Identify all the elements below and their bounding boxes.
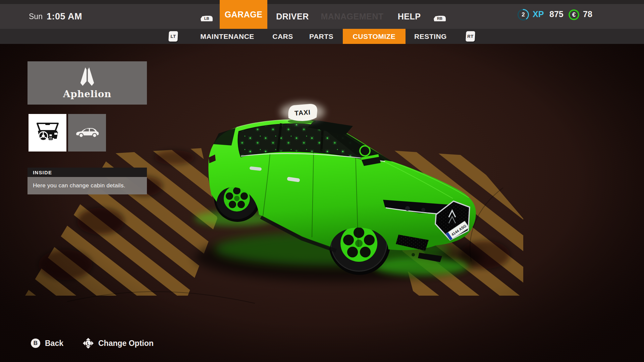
section-description-box: Here you can change cabin details.	[28, 177, 147, 194]
euro-icon: €	[568, 9, 580, 20]
tab-management-label: MANAGEMENT	[321, 12, 384, 21]
tab-management: MANAGEMENT	[319, 0, 386, 29]
section-title: INSIDE	[33, 170, 52, 175]
tab-driver-label: DRIVER	[276, 12, 309, 21]
section-header: INSIDE	[28, 168, 147, 177]
customize-part-thumbnails	[29, 114, 106, 152]
lb-button-icon: LB	[201, 0, 213, 33]
left-stick-icon: L	[83, 338, 94, 349]
subtab-resting[interactable]: RESTING	[411, 29, 450, 44]
controller-hints: B Back L Change Option	[31, 337, 154, 350]
rt-button-icon: RT	[464, 29, 477, 44]
money-value: 78	[583, 9, 592, 19]
clock-day: Sun	[29, 12, 43, 21]
subtab-maintenance-label: MAINTENANCE	[200, 33, 254, 41]
subtab-resting-label: RESTING	[414, 33, 447, 41]
xp-label: XP	[533, 9, 544, 19]
top-bar: Sun 1:05 AM LB GARAGE DRIVER MANAGEMENT …	[0, 0, 644, 29]
subtab-parts-label: PARTS	[309, 33, 333, 41]
subtab-cars[interactable]: CARS	[268, 29, 298, 44]
section-description: Here you can change cabin details.	[33, 182, 125, 189]
xp-level-badge: 2	[517, 8, 530, 21]
subtab-parts[interactable]: PARTS	[305, 29, 338, 44]
subtab-customize-label: CUSTOMIZE	[353, 33, 396, 41]
xp-level-value: 2	[517, 11, 530, 18]
xp-value: 875	[549, 9, 564, 19]
tab-help[interactable]: HELP	[395, 0, 423, 29]
brand-name: Aphelion	[63, 88, 111, 100]
aphelion-logo-icon	[77, 66, 97, 88]
subtab-maintenance[interactable]: MAINTENANCE	[193, 29, 262, 44]
brand-card: Aphelion	[28, 61, 147, 105]
tab-garage-label: GARAGE	[225, 10, 263, 19]
dashboard-icon	[35, 121, 61, 145]
car-side-icon	[75, 126, 100, 139]
subtab-customize[interactable]: CUSTOMIZE	[343, 29, 406, 44]
subtab-cars-label: CARS	[272, 33, 293, 41]
change-option-label: Change Option	[98, 339, 154, 348]
back-hint[interactable]: B Back	[31, 339, 63, 348]
tab-driver[interactable]: DRIVER	[276, 0, 309, 29]
thumbnail-exterior[interactable]	[68, 114, 106, 152]
clock-time: 1:05 AM	[47, 11, 82, 22]
back-label: Back	[45, 339, 63, 348]
game-clock: Sun 1:05 AM	[29, 4, 82, 29]
svg-text:L: L	[87, 341, 89, 346]
rb-button-icon: RB	[434, 0, 446, 33]
b-button-icon: B	[31, 339, 40, 348]
change-option-hint[interactable]: L Change Option	[83, 338, 154, 349]
tab-help-label: HELP	[398, 12, 421, 21]
euro-symbol: €	[568, 11, 580, 18]
lt-button-icon: LT	[166, 29, 180, 44]
tab-garage[interactable]: GARAGE	[220, 0, 267, 29]
garage-subnav: LT MAINTENANCE CARS PARTS CUSTOMIZE REST…	[0, 29, 644, 44]
thumbnail-interior[interactable]	[29, 114, 66, 152]
